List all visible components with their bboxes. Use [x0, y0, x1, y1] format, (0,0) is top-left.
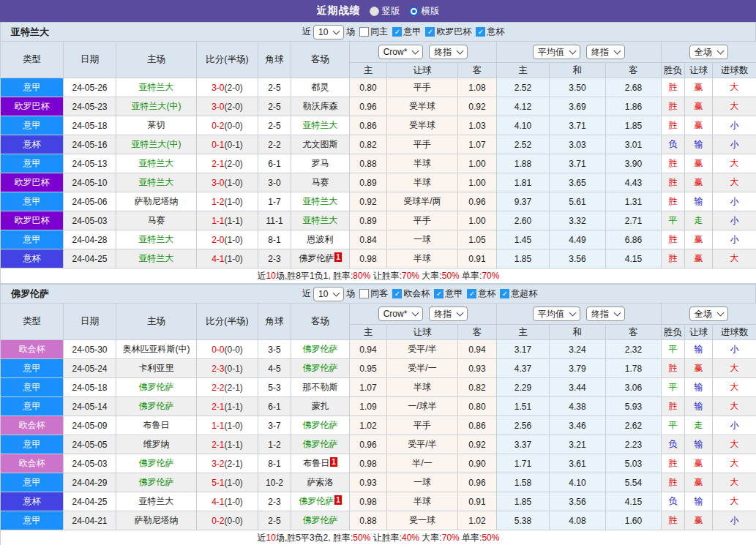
match-score: 3-0(2-0) [197, 97, 258, 116]
match-count-select[interactable]: 10 [313, 287, 344, 301]
away-team-name: 萨索洛 [307, 477, 334, 487]
outcome-result: 平 [662, 378, 685, 397]
match-date: 24-04-29 [64, 473, 116, 492]
outcome-result: 胜 [662, 473, 685, 492]
home-team: 亚特兰大 [116, 173, 197, 192]
average-select[interactable]: 平均值 [533, 45, 580, 59]
radio-horizontal-layout[interactable]: 横版 [409, 5, 440, 18]
odds-company-select-value: Crow* [383, 47, 408, 57]
scope-select[interactable]: 全场 [689, 45, 728, 59]
near-label: 近 [302, 26, 311, 38]
handicap-result: 输 [685, 192, 713, 211]
home-team: 萨勒尼塔纳 [116, 511, 197, 530]
away-team: 马赛 [291, 173, 350, 192]
league-filter-checkbox[interactable]: ✓欧会杯 [392, 287, 430, 300]
league-filter-checkbox[interactable]: ✓意甲 [434, 287, 463, 300]
column-header: 角球 [258, 304, 291, 340]
avg-draw: 3.71 [550, 154, 606, 173]
avg-away: 6.86 [606, 230, 662, 249]
scope-select[interactable]: 全场 [689, 307, 728, 321]
home-team: 奥林匹亚科斯(中) [116, 340, 197, 359]
league-filter-checkbox[interactable]: ✓意杯 [467, 287, 495, 300]
avg-away: 1.85 [606, 116, 662, 135]
column-header: 主场 [116, 42, 197, 78]
average-index-select[interactable]: 终指 [586, 307, 625, 321]
away-team-name: 布鲁日 [303, 458, 329, 468]
league-filter-checkbox[interactable]: ✓意杯 [476, 26, 504, 38]
odds-away: 0.91 [458, 249, 497, 268]
outcome-result: 负 [662, 135, 685, 154]
outcome-result: 胜 [662, 454, 685, 473]
league-filter-checkbox[interactable]: ✓意超杯 [500, 287, 537, 300]
handicap-result: 赢 [685, 359, 713, 378]
same-venue-checkbox[interactable]: 同主 [359, 26, 388, 38]
goals-result: 小 [713, 135, 756, 154]
odds-handicap: 半球 [387, 378, 458, 397]
away-team-name: 佛罗伦萨 [303, 363, 338, 373]
odds-away: 1.02 [458, 511, 497, 530]
subcolumn-header: 进球数 [713, 325, 756, 340]
league-filter-checkbox[interactable]: ✓欧罗巴杯 [425, 26, 471, 38]
handicap-result: 赢 [685, 78, 713, 97]
same-venue-checkbox[interactable]: 同客 [359, 287, 388, 300]
odds-home: 0.92 [350, 192, 387, 211]
league-filter-checkbox[interactable]: ✓意甲 [392, 26, 421, 38]
match-score: 2-1(1-1) [197, 397, 258, 416]
average-index-select[interactable]: 终指 [586, 45, 625, 59]
card-mark: 1 [334, 495, 342, 505]
away-team: 恩波利 [291, 230, 350, 249]
odds-company-select[interactable]: Crow* [378, 45, 424, 59]
outcome-result: 胜 [662, 230, 685, 249]
summary-segment: 50% [482, 533, 499, 543]
match-date: 24-04-28 [64, 230, 116, 249]
match-count-select[interactable]: 10 [313, 25, 344, 40]
odds-handicap: 半/一 [387, 454, 458, 473]
average-group-controls: 平均值终指 [497, 45, 661, 59]
average-select[interactable]: 平均值 [533, 307, 580, 321]
halftime-score: (1-1) [225, 402, 243, 412]
halftime-score: (0-0) [225, 121, 243, 131]
fulltime-score: 3-0 [212, 102, 224, 112]
odds-company-select[interactable]: Crow* [378, 307, 424, 321]
odds-home: 0.98 [350, 454, 387, 473]
halftime-score: (2-0) [225, 159, 243, 169]
odds-away: 0.91 [458, 492, 497, 511]
match-date: 24-05-09 [64, 416, 116, 435]
home-team-name: 莱切 [148, 120, 165, 130]
odds-away: 0.92 [458, 435, 497, 454]
odds-index-select[interactable]: 终指 [429, 307, 468, 321]
avg-home: 1.85 [497, 492, 550, 511]
odds-handicap: 受半/一 [387, 359, 458, 378]
match-score: 2-2(2-1) [197, 378, 258, 397]
odds-index-select[interactable]: 终指 [429, 45, 468, 59]
home-team: 佛罗伦萨 [116, 397, 197, 416]
radio-selected-icon [409, 7, 419, 16]
handicap-result: 输 [685, 378, 713, 397]
radio-vertical-layout[interactable]: 竖版 [370, 5, 400, 18]
odds-away: 0.92 [458, 97, 497, 116]
away-team-name: 蒙扎 [312, 401, 329, 411]
avg-home: 1.71 [497, 454, 550, 473]
odds-group-header: Crow*终指 [350, 304, 497, 325]
home-team-name: 佛罗伦萨 [139, 458, 174, 468]
away-team-name: 亚特兰大 [303, 120, 338, 130]
league-badge: 意甲 [1, 378, 64, 397]
avg-home: 1.45 [497, 230, 550, 249]
away-team-name: 亚特兰大 [303, 196, 338, 206]
corner-score: 2-5 [258, 116, 291, 135]
avg-home: 4.10 [497, 116, 550, 135]
odds-away: 0.90 [458, 454, 497, 473]
corner-score: 1-7 [258, 192, 291, 211]
match-score: 0-0(0-0) [197, 340, 258, 359]
away-team: 佛罗伦萨 [291, 511, 350, 530]
odds-home: 0.98 [350, 249, 387, 268]
avg-draw: 3.24 [550, 340, 606, 359]
match-score: 4-1(1-0) [197, 249, 258, 268]
odds-away: 0.82 [458, 378, 497, 397]
team-section: 亚特兰大近10场同主✓意甲✓欧罗巴杯✓意杯类型日期主场比分(半场)角球客场Cro… [0, 22, 756, 284]
match-count-select-value: 10 [318, 27, 328, 37]
odds-handicap: 平手 [387, 211, 458, 230]
corner-score: 2-5 [258, 97, 291, 116]
avg-home: 1.85 [497, 249, 550, 268]
summary-line: 近10场,胜8平1负1, 胜率:80% 让胜率:70% 大率:50% 单率:70… [1, 268, 756, 284]
